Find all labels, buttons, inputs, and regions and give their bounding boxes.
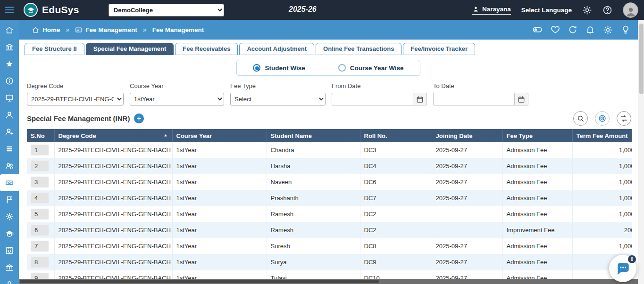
sidebar-item-fee-management[interactable] bbox=[0, 174, 19, 191]
horizontal-scrollbar-thumb[interactable] bbox=[20, 280, 379, 283]
course-year-label: Course Year bbox=[130, 82, 224, 89]
sidebar-item-institution[interactable] bbox=[0, 39, 19, 56]
table-row: 7 2025-29-BTECH-CIVIL-ENG-GEN-BACH 1stYe… bbox=[27, 238, 632, 254]
fee-type-cell: Admission Fee bbox=[502, 254, 572, 270]
sidebar-item-academics[interactable] bbox=[0, 225, 19, 242]
sidebar-item-reports[interactable] bbox=[0, 191, 19, 208]
preferences-gear-icon[interactable] bbox=[603, 25, 613, 35]
fee-type-cell: Improvement Fee bbox=[502, 222, 572, 238]
fee-type-cell: Admission Fee bbox=[502, 238, 572, 254]
joining-date-cell: 2025-09-27 bbox=[432, 190, 502, 206]
col-fee-type[interactable]: Fee Type bbox=[502, 129, 572, 142]
content: Home » Fee Management » Fee Management bbox=[19, 20, 638, 284]
breadcrumb-home[interactable]: Home bbox=[32, 26, 60, 33]
degree-code-label: Degree Code bbox=[27, 82, 124, 89]
college-select[interactable]: DemoCollege bbox=[109, 4, 224, 16]
sidebar-item-settings[interactable] bbox=[0, 208, 19, 225]
refresh-icon[interactable] bbox=[568, 25, 577, 34]
student-name-cell: Chandra bbox=[267, 142, 360, 158]
filter-degree-code: Degree Code 2025-29-BTECH-CIVIL-ENG-GEI bbox=[27, 82, 124, 105]
avatar[interactable] bbox=[623, 2, 638, 18]
sidebar-item-staff[interactable] bbox=[0, 157, 19, 174]
col-amount[interactable]: Term Fee Amount bbox=[572, 129, 632, 142]
from-date-calendar-icon[interactable] bbox=[413, 93, 427, 105]
sidebar-item-info[interactable] bbox=[0, 73, 19, 89]
joining-date-cell: 2025-09-27 bbox=[432, 142, 502, 158]
sidebar-item-student[interactable] bbox=[0, 106, 19, 123]
roll-no-cell: DC8 bbox=[360, 238, 432, 254]
col-degree-code[interactable]: Degree Code bbox=[54, 129, 172, 142]
shuffle-icon[interactable] bbox=[617, 111, 631, 126]
favorites-heart-icon[interactable] bbox=[551, 25, 560, 34]
student-name-cell: Ramesh bbox=[267, 222, 360, 238]
to-date-calendar-icon[interactable] bbox=[514, 93, 528, 105]
filter-bar: Degree Code 2025-29-BTECH-CIVIL-ENG-GEI … bbox=[19, 78, 638, 110]
tab-fee-receivables[interactable]: Fee Receivables bbox=[175, 43, 238, 55]
section-header: Special Fee Management (INR) bbox=[19, 110, 638, 129]
sidebar-item-records[interactable] bbox=[0, 140, 19, 157]
amount-cell: 1,000 bbox=[572, 238, 632, 254]
tab-online-fee-transactions[interactable]: Online Fee Transactions bbox=[316, 43, 401, 55]
tab-fee-structure-ii[interactable]: Fee Structure II bbox=[25, 43, 84, 55]
radio-student-wise-dot[interactable] bbox=[253, 64, 260, 72]
course-year-select[interactable]: 1stYear bbox=[130, 93, 224, 105]
col-degree-code-label: Degree Code bbox=[59, 132, 96, 139]
student-name-cell: Ramesh bbox=[267, 206, 360, 222]
breadcrumb-fee-management[interactable]: Fee Management bbox=[75, 26, 137, 33]
tab-special-fee-management[interactable]: Special Fee Management bbox=[86, 43, 174, 55]
radio-student-wise[interactable]: Student Wise bbox=[253, 64, 305, 72]
fee-type-select[interactable]: Select bbox=[230, 93, 326, 105]
sidebar-item-finance[interactable] bbox=[0, 259, 19, 276]
col-joining-date[interactable]: Joining Date bbox=[432, 129, 502, 142]
fee-type-label: Fee Type bbox=[230, 82, 326, 89]
search-icon[interactable] bbox=[573, 111, 588, 126]
joining-date-cell bbox=[432, 222, 502, 238]
tab-bar: Fee Structure II Special Fee Management … bbox=[19, 40, 638, 55]
sidebar-item-monitor[interactable] bbox=[0, 89, 19, 106]
radio-course-year-wise-dot[interactable] bbox=[338, 64, 346, 72]
degree-code-select[interactable]: 2025-29-BTECH-CIVIL-ENG-GEI bbox=[27, 93, 124, 105]
student-name-cell: Harsha bbox=[267, 158, 360, 174]
chat-icon bbox=[615, 260, 631, 276]
chat-button[interactable]: 0 bbox=[609, 255, 636, 282]
table-actions bbox=[573, 111, 631, 126]
help-icon[interactable] bbox=[602, 5, 612, 15]
col-course-year[interactable]: Course Year bbox=[172, 129, 267, 142]
sidebar-item-admissions[interactable] bbox=[0, 123, 19, 140]
from-date-input[interactable] bbox=[332, 93, 413, 105]
radio-course-year-wise[interactable]: Course Year Wise bbox=[338, 64, 404, 72]
table-row: 4 2025-29-BTECH-CIVIL-ENG-GEN-BACH 1stYe… bbox=[27, 190, 632, 206]
sidebar-item-transport[interactable] bbox=[0, 276, 19, 284]
add-fee-button[interactable] bbox=[134, 114, 144, 123]
tips-bulb-icon[interactable] bbox=[621, 25, 630, 34]
breadcrumb-actions bbox=[532, 24, 630, 35]
user-menu[interactable]: Narayana bbox=[472, 6, 511, 15]
vertical-scrollbar-thumb[interactable] bbox=[639, 24, 644, 94]
to-date-input[interactable] bbox=[433, 93, 514, 105]
joining-date-cell: 2025-09-27 bbox=[432, 158, 502, 174]
tab-fee-invoice-tracker[interactable]: Fee/Invoice Tracker bbox=[403, 43, 475, 55]
horizontal-scrollbar[interactable] bbox=[19, 279, 638, 284]
notifications-bell-icon[interactable] bbox=[585, 25, 595, 34]
breadcrumb-separator: » bbox=[143, 26, 147, 33]
theme-toggle-icon[interactable] bbox=[532, 24, 543, 35]
vertical-scrollbar[interactable] bbox=[638, 20, 644, 284]
col-roll-no[interactable]: Roll No. bbox=[360, 129, 432, 142]
select-language-link[interactable]: Select Language bbox=[521, 7, 572, 14]
target-icon[interactable] bbox=[595, 111, 610, 126]
radio-course-year-wise-label: Course Year Wise bbox=[350, 65, 404, 72]
sno-cell: 4 bbox=[27, 190, 54, 206]
hamburger-menu-icon[interactable] bbox=[0, 5, 19, 15]
sidebar-item-home[interactable] bbox=[0, 22, 19, 39]
col-sno[interactable]: S.No bbox=[27, 129, 54, 142]
sidebar-item-hostel[interactable] bbox=[0, 242, 19, 259]
amount-cell: 200 bbox=[572, 222, 632, 238]
tab-account-adjustment[interactable]: Account Adjustment bbox=[239, 43, 314, 55]
joining-date-cell: 2025-09-27 bbox=[432, 174, 502, 190]
course-year-cell: 1stYear bbox=[172, 158, 267, 174]
settings-gear-icon[interactable] bbox=[582, 5, 592, 15]
col-student-name[interactable]: Student Name bbox=[267, 129, 360, 142]
sidebar-item-favorites[interactable] bbox=[0, 56, 19, 73]
sort-asc-icon[interactable] bbox=[163, 133, 168, 138]
degree-code-cell: 2025-29-BTECH-CIVIL-ENG-GEN-BACH bbox=[54, 206, 172, 222]
